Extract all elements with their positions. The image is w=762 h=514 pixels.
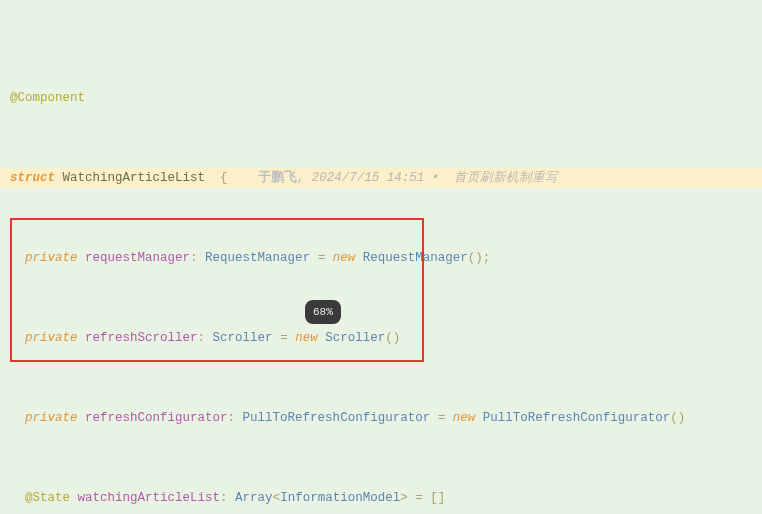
annotation-component: @Component: [10, 91, 85, 105]
code-editor[interactable]: @Component struct WatchingArticleList { …: [0, 0, 762, 514]
code-line: private refreshConfigurator: PullToRefre…: [0, 408, 762, 428]
annotate-note: 首页刷新机制重写: [454, 171, 558, 185]
code-line: private requestManager: RequestManager =…: [0, 248, 762, 268]
class-name: WatchingArticleList: [63, 171, 206, 185]
code-line: @State watchingArticleList: Array<Inform…: [0, 488, 762, 508]
kw-struct: struct: [10, 171, 55, 185]
progress-overlay: 68%: [305, 300, 341, 324]
annotate-date: 2024/7/15 14:51: [312, 171, 425, 185]
code-line: @Component: [0, 88, 762, 108]
code-line: private refreshScroller: Scroller = new …: [0, 328, 762, 348]
brace-open: {: [220, 171, 228, 185]
annotate-author: 于鹏飞,: [258, 171, 305, 185]
struct-declaration-line: struct WatchingArticleList { 于鹏飞, 2024/7…: [0, 168, 762, 188]
